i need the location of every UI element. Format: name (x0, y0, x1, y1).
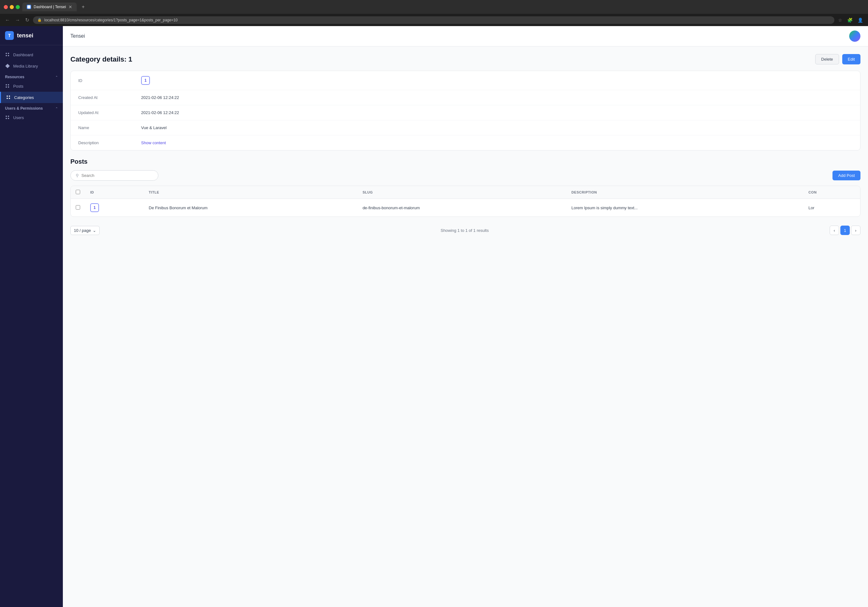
categories-icon (6, 95, 11, 100)
row-slug: de-finibus-bonorum-et-malorum (358, 199, 567, 217)
back-button[interactable]: ← (4, 16, 11, 24)
posts-table: ID TITLE SLUG DESCRIPTION CON (71, 186, 860, 217)
description-label: Description (78, 141, 141, 145)
users-permissions-section-label: Users & Permissions (5, 106, 43, 111)
page-1-button[interactable]: 1 (840, 226, 850, 235)
next-page-button[interactable]: › (851, 226, 860, 235)
row-con: Lor (804, 199, 860, 217)
logo-text: tensei (17, 33, 33, 39)
browser-dots (4, 5, 20, 9)
per-page-select[interactable]: 10 / page ⌄ (70, 226, 100, 235)
posts-section-title: Posts (70, 158, 860, 165)
page-controls: ‹ 1 › (830, 226, 860, 235)
detail-row-name: Name Vue & Laravel (71, 120, 860, 135)
name-value: Vue & Laravel (141, 125, 167, 130)
sidebar-item-media-library[interactable]: Media Library (0, 60, 63, 72)
table-row: 1 De Finibus Bonorum et Malorum de-finib… (71, 199, 860, 217)
main-content: Category details: 1 Delete Edit ID 1 Cre… (63, 46, 868, 607)
app: T tensei Dashboard Media Library Resourc… (0, 26, 868, 607)
users-permissions-chevron: ⌃ (55, 107, 58, 110)
col-slug: SLUG (358, 186, 567, 199)
select-all-checkbox[interactable] (76, 190, 80, 194)
row-id: 1 (85, 199, 144, 217)
results-text: Showing 1 to 1 of 1 results (440, 228, 489, 233)
maximize-dot[interactable] (16, 5, 20, 9)
svg-rect-0 (27, 5, 31, 8)
users-icon (5, 115, 10, 120)
extensions-button[interactable]: 🧩 (846, 16, 854, 24)
url-text: localhost:8810/cms/resources/categories/… (44, 18, 178, 22)
row-checkbox-col (71, 199, 85, 217)
media-library-icon (5, 63, 10, 68)
sidebar-label-posts: Posts (13, 84, 23, 88)
forward-button[interactable]: → (14, 16, 22, 24)
col-description: DESCRIPTION (566, 186, 803, 199)
sidebar-label-dashboard: Dashboard (13, 53, 33, 57)
search-box: ⚲ (70, 170, 158, 181)
tab-close-button[interactable]: ✕ (68, 5, 72, 9)
detail-row-updated-at: Updated At 2021-02-06 12:24:22 (71, 105, 860, 120)
sidebar-item-posts[interactable]: Posts (0, 81, 63, 92)
sidebar-nav: Dashboard Media Library Resources ⌃ Post… (0, 45, 63, 607)
page-header: Category details: 1 Delete Edit (70, 54, 860, 64)
sidebar-logo: T tensei (0, 26, 63, 45)
posts-table-wrapper: ID TITLE SLUG DESCRIPTION CON (70, 186, 860, 217)
dashboard-icon (5, 52, 10, 57)
page-actions: Delete Edit (815, 54, 860, 64)
reload-button[interactable]: ↻ (24, 16, 31, 24)
name-label: Name (78, 125, 141, 130)
address-bar[interactable]: 🔒 localhost:8810/cms/resources/categorie… (33, 16, 834, 24)
tab-favicon (27, 5, 31, 9)
row-description: Lorem Ipsum is simply dummy text... (566, 199, 803, 217)
sidebar-section-users-permissions[interactable]: Users & Permissions ⌃ (0, 103, 63, 112)
delete-button[interactable]: Delete (815, 54, 839, 64)
created-at-value: 2021-02-06 12:24:22 (141, 95, 179, 100)
page-title: Category details: 1 (70, 55, 132, 63)
per-page-chevron: ⌄ (93, 228, 96, 233)
edit-button[interactable]: Edit (842, 54, 860, 64)
id-badge: 1 (141, 76, 150, 85)
created-at-label: Created At (78, 95, 141, 100)
bookmark-button[interactable]: ☆ (837, 16, 843, 24)
id-label: ID (78, 78, 141, 83)
pagination: 10 / page ⌄ Showing 1 to 1 of 1 results … (70, 222, 860, 239)
tab-title: Dashboard | Tensei (34, 5, 66, 9)
sidebar-item-users[interactable]: Users (0, 112, 63, 123)
resources-chevron: ⌃ (55, 76, 58, 79)
row-checkbox[interactable] (76, 205, 80, 209)
profile-button[interactable]: 👤 (856, 16, 864, 24)
minimize-dot[interactable] (10, 5, 14, 9)
posts-icon (5, 84, 10, 88)
search-input[interactable] (81, 173, 153, 178)
col-id: ID (85, 186, 144, 199)
prev-page-button[interactable]: ‹ (830, 226, 839, 235)
sidebar-section-resources[interactable]: Resources ⌃ (0, 72, 63, 81)
avatar (849, 31, 860, 42)
avatar-image (849, 31, 860, 42)
add-post-button[interactable]: Add Post (832, 170, 860, 180)
detail-row-created-at: Created At 2021-02-06 12:24:22 (71, 90, 860, 105)
close-dot[interactable] (4, 5, 8, 9)
category-details-card: ID 1 Created At 2021-02-06 12:24:22 Upda… (70, 71, 860, 150)
per-page-label: 10 / page (74, 228, 91, 233)
resources-section-label: Resources (5, 75, 24, 79)
topbar-title: Tensei (70, 33, 85, 39)
search-icon: ⚲ (76, 173, 79, 178)
sidebar: T tensei Dashboard Media Library Resourc… (0, 26, 63, 607)
col-title: TITLE (144, 186, 357, 199)
table-head: ID TITLE SLUG DESCRIPTION CON (71, 186, 860, 199)
browser-tab[interactable]: Dashboard | Tensei ✕ (22, 3, 77, 11)
table-body: 1 De Finibus Bonorum et Malorum de-finib… (71, 199, 860, 217)
sidebar-item-dashboard[interactable]: Dashboard (0, 49, 63, 60)
updated-at-value: 2021-02-06 12:24:22 (141, 110, 179, 115)
show-content-link[interactable]: Show content (141, 141, 166, 145)
browser-actions: ☆ 🧩 👤 (837, 16, 864, 24)
select-all-col (71, 186, 85, 199)
col-con: CON (804, 186, 860, 199)
logo-icon: T (5, 31, 14, 40)
browser-chrome: Dashboard | Tensei ✕ + (0, 0, 868, 14)
new-tab-button[interactable]: + (79, 3, 87, 11)
row-id-badge: 1 (90, 203, 99, 212)
row-title: De Finibus Bonorum et Malorum (144, 199, 357, 217)
sidebar-item-categories[interactable]: Categories (0, 92, 63, 103)
